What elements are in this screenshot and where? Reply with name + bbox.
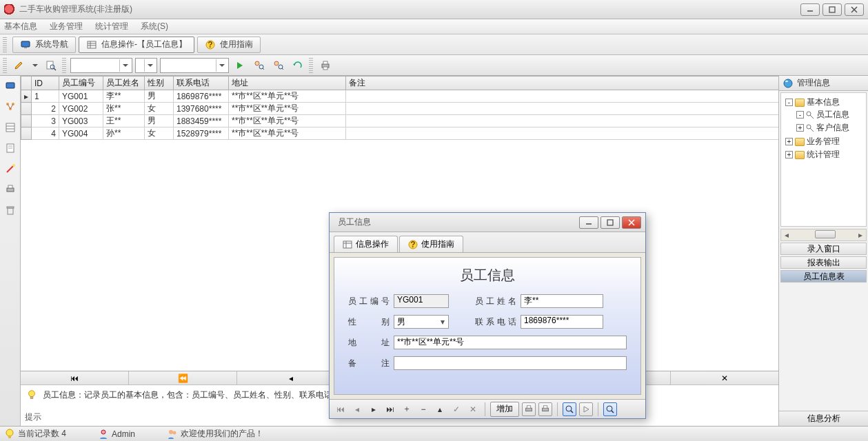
find-users-icon[interactable] xyxy=(251,58,268,73)
menu-system[interactable]: 系统(S) xyxy=(141,21,168,32)
expand-icon[interactable]: - xyxy=(785,99,793,106)
dialog-minimize-button[interactable] xyxy=(579,216,598,229)
minimize-button[interactable] xyxy=(800,3,820,16)
scroll-left-icon[interactable]: ◂ xyxy=(781,229,792,240)
run-icon[interactable] xyxy=(232,58,248,73)
print2-icon[interactable] xyxy=(538,402,552,416)
expand-icon[interactable]: + xyxy=(796,124,804,132)
tab-guide[interactable]: ? 使用指南 xyxy=(197,37,261,53)
expand-icon[interactable]: + xyxy=(785,138,793,145)
operator-combo[interactable] xyxy=(135,58,157,73)
rail-print-icon[interactable] xyxy=(3,182,18,197)
expand-icon[interactable]: - xyxy=(796,111,804,119)
dialog-close-button[interactable] xyxy=(622,216,641,229)
table-row[interactable]: 2 YG002 张** 女 1397680**** **市**区**单元**号 xyxy=(21,103,779,115)
row-pointer-icon: ▸ xyxy=(21,90,32,103)
pencil-icon[interactable] xyxy=(11,58,28,73)
col-addr[interactable]: 地址 xyxy=(229,76,346,90)
edit-record-icon[interactable]: ▴ xyxy=(433,402,447,416)
label-addr: 地 址 xyxy=(348,337,390,349)
zoom-icon[interactable] xyxy=(563,402,576,416)
cancel-record-icon[interactable]: ✕ xyxy=(466,402,480,416)
menu-stats[interactable]: 统计管理 xyxy=(95,21,128,32)
nav-close-icon[interactable]: ✕ xyxy=(671,371,778,384)
add-button[interactable]: 增加 xyxy=(490,402,519,417)
folder-icon xyxy=(795,99,805,107)
first-record-icon[interactable]: ⏮ xyxy=(334,402,347,416)
add-record-icon[interactable]: ＋ xyxy=(400,402,414,416)
rail-doc-icon[interactable] xyxy=(3,141,18,156)
expand-icon[interactable]: + xyxy=(785,151,793,158)
tab-system-nav[interactable]: 系统导航 xyxy=(12,37,76,53)
label-emp-id: 员工编号 xyxy=(348,296,390,307)
field-tel[interactable]: 1869876**** xyxy=(521,315,603,329)
tab-info-op[interactable]: 信息操作-【员工信息】 xyxy=(79,37,194,53)
app-icon xyxy=(4,4,15,15)
confirm-record-icon[interactable]: ✓ xyxy=(450,402,463,416)
btn-entry-window[interactable]: 录入窗口 xyxy=(780,243,867,255)
field-addr[interactable]: **市**区**单元**号 xyxy=(394,336,627,349)
aqua-ball-icon xyxy=(783,79,793,88)
zoom2-icon[interactable] xyxy=(603,402,617,416)
rail-magic-icon[interactable] xyxy=(3,161,18,176)
col-empno[interactable]: 员工编号 xyxy=(59,76,103,90)
dialog-title-bar[interactable]: 员工信息 xyxy=(330,213,645,232)
menu-basic[interactable]: 基本信息 xyxy=(4,21,37,32)
refresh-icon[interactable] xyxy=(290,58,306,73)
right-panel-scrollbar[interactable]: ◂ ▸ xyxy=(780,229,867,241)
maximize-button[interactable] xyxy=(822,3,842,16)
col-empname[interactable]: 员工姓名 xyxy=(103,76,145,90)
nav-prev-page-icon[interactable]: ⏪ xyxy=(129,371,237,384)
filter-value-combo[interactable] xyxy=(160,58,229,73)
next-record-icon[interactable]: ▸ xyxy=(367,402,381,416)
delete-record-icon[interactable]: − xyxy=(416,402,430,416)
folder-icon xyxy=(795,138,805,146)
table-row[interactable]: ▸ 1 YG001 李** 男 1869876**** **市**区**单元**… xyxy=(21,90,779,103)
print1-icon[interactable] xyxy=(522,402,536,416)
menu-business[interactable]: 业务管理 xyxy=(50,21,83,32)
svg-rect-22 xyxy=(323,61,327,64)
filter-field-combo[interactable] xyxy=(70,58,132,73)
svg-rect-56 xyxy=(526,408,532,411)
pencil-dropdown-icon[interactable] xyxy=(30,63,40,68)
find-customers-icon[interactable] xyxy=(270,58,287,73)
rail-home-icon[interactable] xyxy=(3,79,18,94)
col-remark[interactable]: 备注 xyxy=(346,76,779,90)
svg-rect-5 xyxy=(24,48,27,48)
table-row[interactable]: 3 YG003 王** 男 1883459**** **市**区**单元**号 xyxy=(21,115,779,127)
right-panel-footer[interactable]: 信息分析 xyxy=(779,411,868,426)
col-sex[interactable]: 性别 xyxy=(145,76,174,90)
scroll-right-icon[interactable]: ▸ xyxy=(855,229,866,240)
dialog-tab-guide[interactable]: ? 使用指南 xyxy=(399,236,463,252)
right-panel-header[interactable]: 管理信息 xyxy=(779,76,868,91)
rail-grid-icon[interactable] xyxy=(3,120,18,135)
app-title: 二手车收购管理系统(非注册版) xyxy=(19,3,798,15)
field-sex[interactable]: 男▾ xyxy=(394,315,449,329)
table-row[interactable]: 4 YG004 孙** 女 1528979**** **市**区**单元**号 xyxy=(21,127,779,140)
label-sex: 性 别 xyxy=(348,316,390,328)
play-outline-icon[interactable] xyxy=(579,402,593,416)
field-emp-id[interactable]: YG001 xyxy=(394,294,449,308)
field-emp-name[interactable]: 李** xyxy=(521,294,603,308)
col-id[interactable]: ID xyxy=(32,76,59,90)
scroll-thumb[interactable] xyxy=(815,230,836,238)
col-tel[interactable]: 联系电话 xyxy=(174,76,229,90)
prev-record-icon[interactable]: ◂ xyxy=(350,402,364,416)
dialog-tab-info[interactable]: 信息操作 xyxy=(334,236,398,252)
rail-tree-icon[interactable] xyxy=(3,99,18,114)
svg-rect-37 xyxy=(8,208,13,214)
last-record-icon[interactable]: ⏭ xyxy=(383,402,397,416)
dialog-maximize-button[interactable] xyxy=(600,216,620,229)
nav-first-icon[interactable]: ⏮ xyxy=(21,371,129,384)
field-remark[interactable] xyxy=(394,356,627,370)
print-icon[interactable] xyxy=(317,58,334,73)
status-welcome: 欢迎使用我们的产品！ xyxy=(181,428,263,440)
rail-trash-icon[interactable] xyxy=(3,203,18,218)
close-button[interactable] xyxy=(845,3,864,16)
search-sheet-icon[interactable] xyxy=(43,58,59,73)
management-tree[interactable]: -基本信息 -员工信息 +客户信息 +业务管理 +统计管理 xyxy=(780,92,867,227)
employee-grid[interactable]: ID 员工编号 员工姓名 性别 联系电话 地址 备注 ▸ 1 YG001 李**… xyxy=(21,76,778,140)
btn-emp-table[interactable]: 员工信息表 xyxy=(780,270,867,283)
tab-row: 系统导航 信息操作-【员工信息】 ? 使用指南 xyxy=(0,34,868,55)
btn-report-output[interactable]: 报表输出 xyxy=(780,256,867,269)
